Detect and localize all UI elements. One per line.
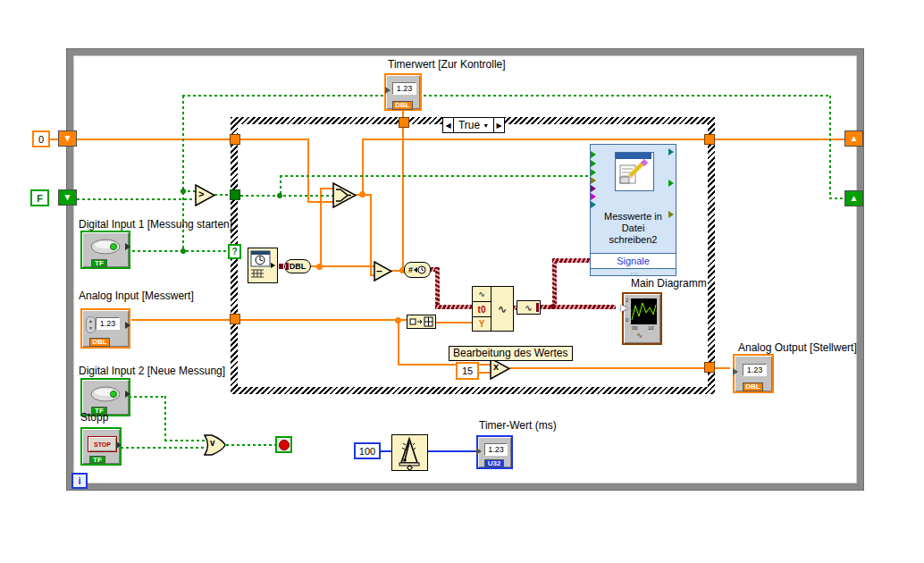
dynamic-nub	[536, 303, 539, 312]
express-vi-title-line3: schreiben2	[591, 234, 676, 246]
wire	[77, 139, 231, 140]
case-next-arrow[interactable]: ▶	[493, 118, 504, 132]
express-vi-expand-chevron[interactable]: ⌄⌄	[591, 268, 676, 276]
digital-input-1-label: Digital Input 1 [Messung starten]	[79, 219, 232, 231]
express-input-arrow	[591, 185, 596, 192]
constant-false-value: F	[37, 193, 43, 204]
stop-button[interactable]: STOP	[88, 436, 117, 452]
case-selector-terminal[interactable]: ?	[228, 244, 241, 259]
dbl-tag: DBL	[395, 102, 409, 109]
wire-junction	[277, 193, 282, 198]
wire	[77, 198, 197, 200]
iteration-terminal[interactable]: i	[71, 473, 88, 489]
express-input-arrow	[591, 201, 596, 208]
wire	[121, 447, 205, 449]
case-name[interactable]: True ▼	[454, 118, 493, 132]
shift-register-right-timer[interactable]: ▲	[844, 130, 863, 147]
constant-false[interactable]: F	[30, 189, 49, 206]
dbl-tag: DBL	[745, 383, 760, 391]
constant-zero-value: 0	[38, 134, 44, 145]
constant-100[interactable]: 100	[354, 442, 381, 459]
digital-input-2-label: Digital Input 2 [Neue Messung]	[79, 366, 225, 377]
greater-node[interactable]: >	[195, 184, 215, 206]
constant-zero[interactable]: 0	[32, 130, 50, 147]
boolean-tunnel[interactable]	[230, 189, 240, 200]
select-node[interactable]	[332, 182, 357, 208]
stopp-control[interactable]: STOP TF	[80, 427, 122, 466]
wire	[714, 139, 847, 140]
labview-block-diagram: ? ▼ ▼ ▲ ▲ ◀ True ▼ ▶ 0 F 15 100 >	[0, 0, 924, 563]
build-array-node[interactable]	[407, 315, 436, 329]
free-label-bearbeitung[interactable]: Bearbeitung des Wertes	[449, 346, 573, 361]
wire	[164, 396, 166, 441]
tunnel[interactable]	[230, 314, 240, 324]
express-vi-signale-input[interactable]: Signale	[591, 253, 676, 269]
build-waveform-node[interactable]: ∿ t0 Y ∿	[472, 286, 514, 332]
wire-dynamic	[435, 267, 440, 308]
analog-input-value: 1.23	[100, 319, 116, 328]
wire	[307, 139, 309, 203]
stop-button-label: STOP	[94, 441, 111, 448]
wire	[398, 319, 399, 366]
analog-input-control[interactable]: ▲▼ 1.23 DBL	[80, 308, 130, 349]
shift-register-left-timer[interactable]: ▼	[58, 130, 77, 147]
express-vi-title-line2: Datei	[591, 223, 676, 234]
clock-icon	[414, 265, 426, 275]
tf-tag: TF	[95, 260, 104, 267]
to-timestamp-node[interactable]: #	[404, 262, 431, 278]
wire-dynamic	[552, 258, 591, 263]
wire-junction	[181, 189, 186, 194]
shift-register-left-bool[interactable]: ▼	[58, 189, 77, 206]
tunnel[interactable]	[704, 134, 715, 145]
shift-register-right-bool[interactable]: ▲	[844, 190, 863, 206]
tunnel[interactable]	[704, 362, 715, 373]
or-node[interactable]: v	[203, 433, 227, 457]
timerwert-indicator[interactable]: 1.23 DBL	[384, 73, 422, 111]
chart-x-right: 10	[648, 325, 654, 331]
case-selector-label[interactable]: ◀ True ▼ ▶	[442, 117, 505, 133]
wire	[240, 319, 408, 321]
control-output-arrow	[125, 322, 130, 329]
chevron-down-icon[interactable]: ▼	[483, 122, 489, 129]
waveform-in-cell: ∿	[473, 287, 491, 302]
wire-junction	[181, 248, 186, 254]
analog-input-label: Analog Input [Messwert]	[79, 290, 194, 302]
wire	[280, 175, 591, 177]
timer-wert-label: Timer-Wert (ms)	[479, 420, 557, 432]
timerwert-value: 1.23	[397, 84, 413, 93]
control-output-arrow	[125, 391, 130, 398]
wire	[182, 95, 831, 97]
wire	[509, 367, 706, 369]
tunnel[interactable]	[399, 117, 409, 128]
timerwert-label: Timerwert [Zur Kontrolle]	[388, 59, 506, 71]
subtract-node[interactable]: –	[374, 261, 392, 282]
slide-switch-icon	[88, 238, 122, 256]
tunnel[interactable]	[230, 134, 240, 145]
subtract-glyph: –	[376, 265, 382, 277]
express-vi-write-measurements[interactable]: Messwerte in Datei schreiben2 Signale ⌄⌄	[590, 144, 676, 276]
wire	[164, 440, 205, 441]
digital-input-1-control[interactable]: TF	[80, 231, 130, 269]
express-input-arrow	[591, 177, 596, 184]
tick-count-icon[interactable]	[248, 248, 278, 283]
constant-15[interactable]: 15	[456, 362, 479, 380]
convert-to-dynamic-node[interactable]: ∿	[517, 300, 541, 315]
u32-tag: U32	[488, 460, 501, 467]
case-prev-arrow[interactable]: ◀	[443, 118, 454, 132]
timer-wert-indicator[interactable]: 1.23 U32	[476, 435, 513, 469]
analog-output-indicator[interactable]: 1.23 DBL	[733, 354, 774, 393]
loop-condition-terminal[interactable]	[275, 436, 292, 453]
indicator-input-arrow	[476, 448, 482, 455]
analog-output-label: Analog Output [Stellwert]	[738, 342, 857, 354]
stopp-label: Stopp	[80, 412, 108, 424]
selector-question: ?	[231, 247, 237, 256]
wire	[320, 188, 322, 267]
tf-tag: TF	[93, 457, 102, 464]
spinner-icon[interactable]: ▲▼	[86, 316, 96, 333]
main-diagramm-chart-terminal[interactable]: 2 0 00 10 ∿	[622, 292, 662, 345]
indicator-input-arrow	[733, 368, 738, 375]
to-double-node[interactable]: DBL	[284, 259, 311, 273]
express-output-arrow	[668, 211, 674, 218]
wire-junction	[316, 264, 323, 270]
wait-ms-multiple-node[interactable]	[391, 434, 428, 471]
